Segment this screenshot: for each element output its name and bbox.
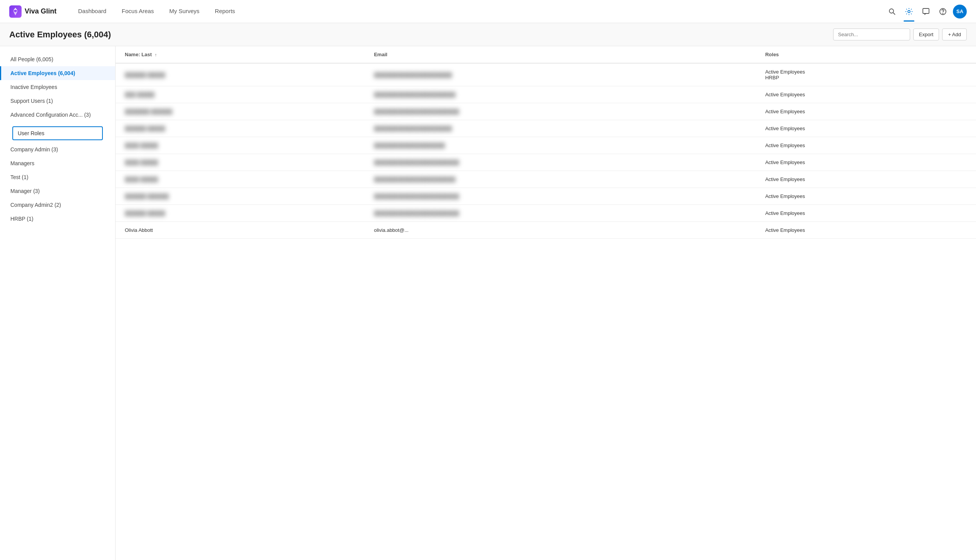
cell-email: ████████████████████████ <box>365 103 756 120</box>
svg-point-5 <box>908 10 910 13</box>
messages-button[interactable] <box>919 5 933 18</box>
svg-line-4 <box>893 13 895 15</box>
sidebar-item-test[interactable]: Test (1) <box>0 170 115 184</box>
cell-name: ██████ █████ <box>116 63 365 86</box>
page-header: Active Employees (6,004) Export + Add <box>0 23 976 46</box>
page-title: Active Employees (6,004) <box>9 30 111 40</box>
nav-actions: SA <box>885 5 967 18</box>
cell-name: Olivia Abbott <box>116 222 365 239</box>
cell-roles: Active Employees <box>756 171 976 188</box>
cell-email: ████████████████████ <box>365 137 756 154</box>
main-content: Name: Last ↑ Email Roles ██████ ████████… <box>116 46 976 560</box>
table-row[interactable]: ████ █████████████████████████Active Emp… <box>116 137 976 154</box>
nav-reports[interactable]: Reports <box>209 5 241 18</box>
table-row[interactable]: Olivia Abbottolivia.abbot@...Active Empl… <box>116 222 976 239</box>
table-row[interactable]: ████ ████████████████████████████Active … <box>116 171 976 188</box>
cell-name: ████ █████ <box>116 137 365 154</box>
cell-roles: Active Employees <box>756 205 976 222</box>
table-row[interactable]: ██████ ███████████████████████████Active… <box>116 63 976 86</box>
cell-email: ██████████████████████ <box>365 120 756 137</box>
col-roles[interactable]: Roles <box>756 46 976 63</box>
table-row[interactable]: ███ ████████████████████████████Active E… <box>116 86 976 103</box>
cell-roles: Active Employees <box>756 120 976 137</box>
sidebar-item-managers[interactable]: Managers <box>0 156 115 170</box>
gear-icon <box>905 7 913 16</box>
nav-focus-areas[interactable]: Focus Areas <box>116 5 160 18</box>
cell-email: ███████████████████████ <box>365 171 756 188</box>
sidebar-item-all-people[interactable]: All People (6,005) <box>0 52 115 66</box>
table-row[interactable]: ██████ ██████████████████████████████Act… <box>116 188 976 205</box>
svg-point-8 <box>943 13 943 13</box>
cell-roles: Active Employees <box>756 86 976 103</box>
col-name[interactable]: Name: Last ↑ <box>116 46 365 63</box>
employees-table: Name: Last ↑ Email Roles ██████ ████████… <box>116 46 976 239</box>
export-button[interactable]: Export <box>913 29 939 40</box>
cell-name: ██████ ██████ <box>116 188 365 205</box>
app-name: Viva Glint <box>25 7 57 15</box>
add-button[interactable]: + Add <box>942 29 967 40</box>
cell-name: ██████ █████ <box>116 120 365 137</box>
svg-rect-0 <box>9 5 22 18</box>
top-navigation: Viva Glint Dashboard Focus Areas My Surv… <box>0 0 976 23</box>
table-header-row: Name: Last ↑ Email Roles <box>116 46 976 63</box>
sidebar-item-company-admin[interactable]: Company Admin (3) <box>0 143 115 156</box>
sort-icon: ↑ <box>155 52 157 57</box>
header-actions: Export + Add <box>833 29 967 40</box>
cell-name: ████ █████ <box>116 171 365 188</box>
cell-roles: Active Employees <box>756 103 976 120</box>
col-email[interactable]: Email <box>365 46 756 63</box>
cell-name: ██████ █████ <box>116 205 365 222</box>
table-row[interactable]: ██████ ███████████████████████████Active… <box>116 120 976 137</box>
cell-roles: Active Employees <box>756 188 976 205</box>
cell-email: ██████████████████████ <box>365 63 756 86</box>
cell-email: ████████████████████████ <box>365 154 756 171</box>
user-avatar[interactable]: SA <box>953 5 967 18</box>
sidebar-item-hrbp[interactable]: HRBP (1) <box>0 212 115 226</box>
nav-dashboard[interactable]: Dashboard <box>72 5 112 18</box>
search-button[interactable] <box>885 5 899 18</box>
main-layout: All People (6,005) Active Employees (6,0… <box>0 46 976 560</box>
chat-icon <box>922 8 930 15</box>
cell-roles: Active Employees <box>756 222 976 239</box>
app-logo[interactable]: Viva Glint <box>9 5 57 18</box>
col-name-label: Name: Last <box>125 52 152 57</box>
sidebar: All People (6,005) Active Employees (6,0… <box>0 46 116 560</box>
cell-email: ████████████████████████ <box>365 205 756 222</box>
nav-my-surveys[interactable]: My Surveys <box>163 5 205 18</box>
table-body: ██████ ███████████████████████████Active… <box>116 63 976 239</box>
table-row[interactable]: ███████ ██████████████████████████████Ac… <box>116 103 976 120</box>
sidebar-item-inactive-employees[interactable]: Inactive Employees <box>0 80 115 94</box>
cell-roles: Active Employees <box>756 154 976 171</box>
search-input[interactable] <box>833 29 910 40</box>
sidebar-item-company-admin2[interactable]: Company Admin2 (2) <box>0 198 115 212</box>
cell-name: ████ █████ <box>116 154 365 171</box>
cell-email: ████████████████████████ <box>365 188 756 205</box>
cell-roles: Active EmployeesHRBP <box>756 63 976 86</box>
search-icon <box>888 8 896 15</box>
help-button[interactable] <box>936 5 950 18</box>
nav-links: Dashboard Focus Areas My Surveys Reports <box>72 5 885 18</box>
viva-glint-logo-icon <box>9 5 22 18</box>
table-row[interactable]: ████ █████████████████████████████Active… <box>116 154 976 171</box>
cell-roles: Active Employees <box>756 137 976 154</box>
user-roles-button[interactable]: User Roles <box>12 126 103 140</box>
sidebar-item-support-users[interactable]: Support Users (1) <box>0 94 115 108</box>
sidebar-item-manager[interactable]: Manager (3) <box>0 184 115 198</box>
svg-point-3 <box>889 9 894 13</box>
table-row[interactable]: ██████ █████████████████████████████Acti… <box>116 205 976 222</box>
cell-email: ███████████████████████ <box>365 86 756 103</box>
svg-rect-6 <box>923 8 929 13</box>
sidebar-item-active-employees[interactable]: Active Employees (6,004) <box>0 66 115 80</box>
cell-email: olivia.abbot@... <box>365 222 756 239</box>
cell-name: ███████ ██████ <box>116 103 365 120</box>
sidebar-item-advanced-config[interactable]: Advanced Configuration Acc... (3) <box>0 108 115 122</box>
help-icon <box>939 8 947 15</box>
cell-name: ███ █████ <box>116 86 365 103</box>
settings-button[interactable] <box>902 5 916 18</box>
